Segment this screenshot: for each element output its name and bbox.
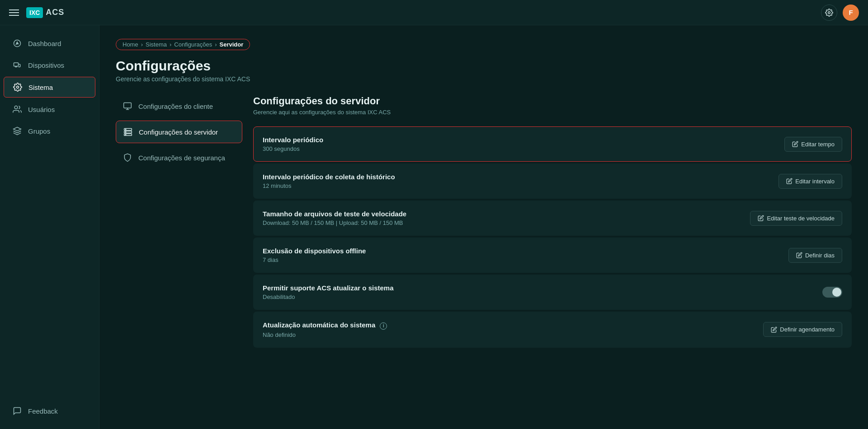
right-panel: Configurações do servidor Gerencie aqui … [253,95,852,415]
menu-label-cliente: Configurações do cliente [138,103,213,110]
menu-item-servidor[interactable]: Configurações do servidor [116,121,242,143]
menu-item-cliente[interactable]: Configurações do cliente [116,95,242,117]
config-label-intervalo-historico: Intervalo periódico de coleta de históri… [263,173,395,181]
sidebar-item-usuarios[interactable]: Usuários [4,99,95,119]
toggle-wrap-suporte-acs [822,287,842,298]
edit-label-intervalo-historico: Editar intervalo [795,178,835,185]
config-row-right-exclusao-offline: Definir dias [788,248,842,263]
edit-button-intervalo-periodico[interactable]: Editar tempo [784,137,842,152]
config-row-right-intervalo-periodico: Editar tempo [784,137,842,152]
config-label-intervalo-periodico: Intervalo periódico [263,136,323,144]
edit-button-exclusao-offline[interactable]: Definir dias [788,248,842,263]
edit-icon-atualizacao-automatica [771,326,777,333]
sidebar-bottom: Feedback [0,400,99,429]
config-row-left-exclusao-offline: Exclusão de dispositivos offline 7 dias [263,247,366,263]
user-avatar[interactable]: F [843,5,859,21]
sidebar-item-grupos[interactable]: Grupos [4,121,95,141]
svg-rect-6 [124,103,132,108]
settings-button[interactable] [821,5,837,21]
config-row-left-atualizacao-automatica: Atualização automática do sistema i Não … [263,321,387,338]
server-config-subtitle: Gerencie aqui as configurações do sistem… [253,109,852,116]
svg-point-0 [828,11,830,14]
breadcrumb-sistema[interactable]: Sistema [146,41,167,48]
config-row-right-tamanho-arquivos: Editar teste de velocidade [750,211,842,226]
config-row-exclusao-offline: Exclusão de dispositivos offline 7 dias … [253,238,852,273]
config-row-left-intervalo-historico: Intervalo periódico de coleta de históri… [263,173,395,189]
svg-point-12 [125,134,126,135]
breadcrumb-configuracoes[interactable]: Configurações [174,41,212,48]
sidebar-label-sistema: Sistema [28,84,53,91]
panels: Configurações do cliente Configurações d… [116,95,852,415]
server-config-title: Configurações do servidor [253,95,852,107]
logo-text: ACS [46,8,64,17]
svg-point-10 [125,129,126,130]
sidebar-label-dispositivos: Dispositivos [28,61,64,69]
config-row-intervalo-historico: Intervalo periódico de coleta de históri… [253,163,852,199]
config-value-atualizacao-automatica: Não definido [263,331,387,338]
sidebar-item-dashboard[interactable]: Dashboard [4,33,95,53]
sidebar-label-dashboard: Dashboard [28,40,61,47]
left-panel: Configurações do cliente Configurações d… [116,95,242,415]
edit-label-intervalo-periodico: Editar tempo [801,141,835,148]
server-icon [123,127,132,136]
config-label-exclusao-offline: Exclusão de dispositivos offline [263,247,366,255]
config-label-tamanho-arquivos: Tamanho de arquivos de teste de velocida… [263,210,406,218]
monitor-icon [123,102,132,111]
edit-button-atualizacao-automatica[interactable]: Definir agendamento [763,322,842,337]
devices-icon [13,61,22,70]
edit-label-exclusao-offline: Definir dias [805,252,835,259]
page-title: Configurações [116,58,852,74]
config-value-tamanho-arquivos: Download: 50 MB / 150 MB | Upload: 50 MB… [263,219,406,226]
sidebar: Dashboard Dispositivos Sistema [0,25,99,429]
svg-point-5 [14,106,18,109]
users-icon [13,105,22,114]
logo-box: IXC [26,7,43,18]
menu-item-seguranca[interactable]: Configurações de segurança [116,147,242,168]
config-row-left-suporte-acs: Permitir suporte ACS atualizar o sistema… [263,284,394,300]
feedback-icon [13,406,22,415]
breadcrumb-servidor: Servidor [220,41,244,48]
edit-label-tamanho-arquivos: Editar teste de velocidade [767,215,835,222]
config-row-suporte-acs: Permitir suporte ACS atualizar o sistema… [253,275,852,310]
sidebar-item-sistema[interactable]: Sistema [4,77,95,98]
dashboard-icon [13,39,22,48]
system-icon [13,83,22,92]
edit-button-intervalo-historico[interactable]: Editar intervalo [778,174,842,189]
toggle-knob-suporte-acs [832,288,841,297]
logo: IXC ACS [26,7,64,18]
breadcrumb-sep-2: › [170,41,171,48]
svg-point-4 [17,86,19,89]
main-layout: Dashboard Dispositivos Sistema [0,25,868,429]
breadcrumb-home[interactable]: Home [123,41,138,48]
info-icon-atualizacao[interactable]: i [380,322,387,330]
edit-button-tamanho-arquivos[interactable]: Editar teste de velocidade [750,211,842,226]
edit-label-atualizacao-automatica: Definir agendamento [780,326,835,333]
config-row-right-intervalo-historico: Editar intervalo [778,174,842,189]
config-row-right-suporte-acs [822,287,842,298]
shield-icon [123,153,132,162]
edit-icon-intervalo-periodico [792,141,798,147]
breadcrumb-sep-3: › [215,41,217,48]
config-label-suporte-acs: Permitir suporte ACS atualizar o sistema [263,284,394,292]
config-row-left-tamanho-arquivos: Tamanho de arquivos de teste de velocida… [263,210,406,226]
config-row-tamanho-arquivos: Tamanho de arquivos de teste de velocida… [253,201,852,236]
feedback-item[interactable]: Feedback [4,401,95,421]
sidebar-item-dispositivos[interactable]: Dispositivos [4,55,95,75]
config-value-suporte-acs: Desabilitado [263,294,394,300]
svg-rect-3 [14,63,19,66]
config-row-right-atualizacao-automatica: Definir agendamento [763,322,842,337]
config-row-atualizacao-automatica: Atualização automática do sistema i Não … [253,312,852,348]
edit-icon-exclusao-offline [796,252,802,258]
toggle-suporte-acs[interactable] [822,287,842,298]
config-value-exclusao-offline: 7 dias [263,256,366,263]
config-row-intervalo-periodico: Intervalo periódico 300 segundos Editar … [253,126,852,162]
page-subtitle: Gerencie as configurações do sistema IXC… [116,75,852,83]
sidebar-label-usuarios: Usuários [28,106,55,113]
hamburger-menu[interactable] [9,9,19,16]
svg-point-11 [125,132,126,133]
edit-icon-tamanho-arquivos [758,215,764,221]
topbar-right: F [821,5,859,21]
server-config-header: Configurações do servidor Gerencie aqui … [253,95,852,116]
config-label-atualizacao-automatica: Atualização automática do sistema i [263,321,387,330]
content-area: Home › Sistema › Configurações › Servido… [99,25,868,429]
